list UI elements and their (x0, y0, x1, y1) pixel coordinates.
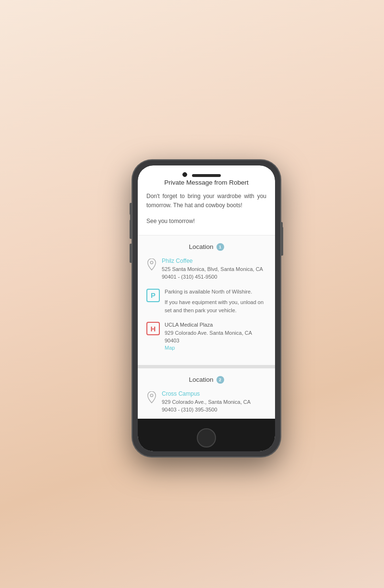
ucla-item: H UCLA Medical Plaza 929 Colorado Ave. S… (146, 321, 266, 351)
philz-coffee-text: Philz Coffee 525 Santa Monica, Blvd, San… (162, 258, 266, 281)
location-1-header: Location 1 (146, 243, 266, 251)
pin-icon-2 (146, 391, 157, 406)
location-1-badge: 1 (216, 243, 224, 251)
philz-coffee-item: Philz Coffee 525 Santa Monica, Blvd, San… (146, 258, 266, 281)
location-2-title: Location (189, 376, 213, 383)
location-1-title: Location (189, 243, 213, 250)
phone-screen: Private Message from Robert Don't forget… (138, 165, 275, 451)
location-1-section: Location 1 Ph (138, 235, 275, 365)
message-body: Don't forget to bring your wardrobe with… (146, 192, 266, 210)
location-2-header: Location 2 (146, 376, 266, 384)
parking-item: P Parking is available North of Wilshire… (146, 288, 266, 315)
cross-campus-name[interactable]: Cross Campus (162, 390, 266, 397)
camera (182, 172, 187, 177)
pin-icon (146, 259, 157, 273)
message-title: Private Message from Robert (146, 179, 266, 186)
philz-coffee-address: 525 Santa Monica, Blvd, Santa Monica, CA… (162, 265, 266, 281)
philz-coffee-name[interactable]: Philz Coffee (162, 258, 266, 264)
message-section: Private Message from Robert Don't forget… (138, 169, 275, 235)
parking-text: Parking is available North of Wilshire. … (165, 288, 266, 315)
svg-point-0 (150, 261, 153, 264)
svg-point-1 (150, 394, 153, 397)
cross-campus-address: 929 Colorado Ave., Santa Monica, CA 9040… (162, 398, 266, 414)
cross-campus-text: Cross Campus 929 Colorado Ave., Santa Mo… (162, 390, 266, 414)
earpiece (192, 174, 221, 177)
parking-icon: P (146, 289, 160, 302)
message-sign: See you tomorrow! (146, 217, 266, 226)
hospital-icon: H (146, 322, 160, 335)
phone-device: Private Message from Robert Don't forget… (132, 160, 281, 457)
ucla-text: UCLA Medical Plaza 929 Colorado Ave. San… (165, 321, 266, 351)
location-2-badge: 2 (216, 376, 224, 384)
home-button[interactable] (197, 428, 216, 447)
parking-note-1: Parking is available North of Wilshire. (165, 288, 266, 296)
ucla-address: 929 Colorado Ave. Santa Monica, CA 90403 (165, 329, 266, 345)
cross-campus-item: Cross Campus 929 Colorado Ave., Santa Mo… (146, 390, 266, 414)
parking-note-2: If you have equipment with you, unload o… (165, 298, 266, 314)
ucla-name: UCLA Medical Plaza (165, 321, 266, 329)
map-link[interactable]: Map (165, 345, 266, 351)
